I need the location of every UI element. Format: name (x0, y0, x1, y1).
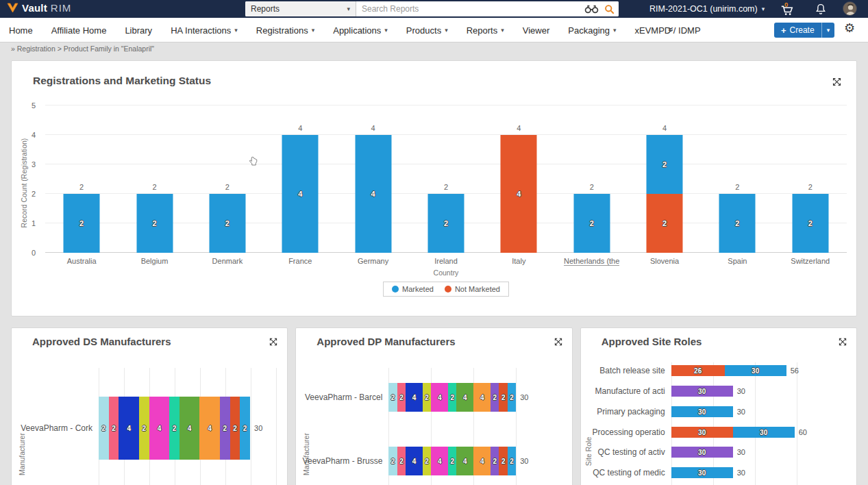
bar-ireland[interactable]: 2 (427, 194, 464, 253)
bar-segment[interactable]: 2 (230, 397, 240, 460)
bar-segment-marketed[interactable]: 2 (64, 194, 100, 253)
bar-segment[interactable]: 2 (508, 383, 516, 412)
stacked-bar[interactable]: 22424244222 (99, 397, 250, 460)
bar-segment-marketed[interactable]: 2 (427, 194, 464, 253)
search-input[interactable] (356, 4, 584, 14)
stacked-bar[interactable]: 30 (671, 467, 733, 478)
stacked-bar[interactable]: 22424244222 (388, 447, 516, 475)
legend-item-not-marketed[interactable]: Not Marketed (445, 285, 500, 293)
bar-segment[interactable]: 30 (725, 365, 786, 376)
bar-segment[interactable]: 30 (671, 406, 733, 417)
expand-icon[interactable] (839, 338, 847, 346)
breadcrumb[interactable]: » Registration > Product Family in "Enal… (11, 45, 154, 53)
bar-segment[interactable]: 4 (179, 397, 199, 460)
expand-icon[interactable] (554, 338, 562, 346)
bar-segment[interactable]: 2 (220, 397, 230, 460)
bar-germany[interactable]: 4 (355, 135, 391, 253)
stacked-bar[interactable]: 3030 (671, 427, 795, 438)
stacked-bar[interactable]: 30 (671, 447, 733, 458)
category-label[interactable]: QC testing of activ (598, 447, 665, 457)
bar-segment[interactable]: 2 (139, 397, 149, 460)
bar-netherlands-the[interactable]: 2 (573, 194, 610, 253)
bar-france[interactable]: 4 (282, 135, 319, 253)
bar-segment-not-marketed[interactable]: 2 (647, 194, 683, 253)
nav-item-ha-interactions[interactable]: HA Interactions▾ (171, 25, 238, 36)
bar-segment[interactable]: 2 (397, 447, 406, 475)
bar-belgium[interactable]: 2 (136, 194, 173, 253)
stacked-bar[interactable]: 22424244222 (388, 383, 516, 412)
bar-segment[interactable]: 2 (397, 383, 406, 412)
gear-icon[interactable]: ⚙ (844, 22, 855, 34)
bar-spain[interactable]: 2 (719, 194, 756, 253)
bar-segment[interactable]: 2 (388, 383, 397, 412)
search-icon[interactable] (604, 4, 615, 14)
bar-segment[interactable]: 2 (448, 447, 456, 475)
notifications-button[interactable] (812, 1, 830, 16)
legend-item-marketed[interactable]: Marketed (392, 285, 434, 293)
bar-segment-marketed[interactable]: 2 (209, 194, 245, 253)
bar-segment[interactable]: 2 (423, 383, 431, 412)
bar-segment[interactable]: 30 (671, 467, 733, 478)
stacked-bar[interactable]: 30 (671, 406, 733, 417)
stacked-bar[interactable]: 2630 (671, 365, 786, 376)
category-label[interactable]: Netherlands (the (564, 257, 619, 266)
create-dropdown-button[interactable]: ▾ (821, 23, 835, 38)
bar-segment[interactable]: 4 (199, 397, 219, 460)
category-label[interactable]: VeevaPharm - Barcel (305, 393, 382, 402)
bar-segment[interactable]: 2 (109, 397, 119, 460)
bar-segment[interactable]: 2 (240, 397, 250, 460)
bar-segment[interactable]: 4 (431, 447, 448, 475)
nav-item-library[interactable]: Library (125, 25, 152, 36)
nav-item-products[interactable]: Products▾ (406, 25, 448, 36)
avatar[interactable] (843, 1, 857, 16)
bar-segment[interactable]: 4 (119, 397, 138, 460)
bar-segment[interactable]: 30 (733, 427, 795, 438)
account-menu[interactable]: RIM-2021-OC1 (unirim.com) ▾ (649, 0, 765, 18)
bar-segment-marketed[interactable]: 2 (792, 194, 828, 253)
category-label[interactable]: Processing operatio (593, 427, 665, 437)
bar-segment[interactable]: 2 (491, 383, 499, 412)
bar-switzerland[interactable]: 2 (792, 194, 828, 253)
bar-slovenia[interactable]: 22 (647, 135, 683, 253)
category-label[interactable]: Manufacture of acti (595, 386, 665, 396)
cart-button[interactable]: 0 (778, 1, 796, 16)
bar-segment[interactable]: 2 (499, 383, 507, 412)
bar-segment-marketed[interactable]: 2 (719, 194, 756, 253)
nav-item-applications[interactable]: Applications▾ (333, 25, 388, 36)
bar-segment[interactable]: 4 (456, 447, 473, 475)
bar-segment[interactable]: 4 (456, 383, 473, 412)
binoculars-icon[interactable] (584, 4, 599, 14)
bar-segment[interactable]: 4 (431, 383, 448, 412)
bar-segment[interactable]: 2 (99, 397, 109, 460)
bar-segment[interactable]: 2 (169, 397, 179, 460)
bar-segment[interactable]: 4 (406, 447, 423, 475)
nav-item-viewer[interactable]: Viewer (523, 25, 550, 36)
stacked-bar[interactable]: 30 (671, 386, 733, 397)
bar-segment-not-marketed[interactable]: 4 (501, 135, 537, 253)
nav-item-affiliate-home[interactable]: Affiliate Home (51, 25, 107, 36)
search-scope-select[interactable]: Reports ▾ (245, 1, 356, 16)
bar-segment[interactable]: 4 (149, 397, 169, 460)
bar-segment-marketed[interactable]: 2 (136, 194, 173, 253)
bar-segment[interactable]: 30 (671, 386, 733, 397)
bar-italy[interactable]: 4 (501, 135, 537, 253)
category-label[interactable]: QC testing of medic (593, 468, 665, 477)
bar-segment[interactable]: 2 (448, 383, 456, 412)
bar-segment[interactable]: 26 (671, 365, 725, 376)
bar-segment[interactable]: 4 (473, 447, 491, 475)
nav-overflow-button[interactable]: » (666, 27, 677, 32)
bar-segment-marketed[interactable]: 4 (282, 135, 319, 253)
bar-segment-marketed[interactable]: 4 (355, 135, 391, 253)
bar-segment-marketed[interactable]: 2 (647, 135, 683, 194)
bar-segment[interactable]: 2 (388, 447, 397, 475)
nav-item-packaging[interactable]: Packaging▾ (568, 25, 616, 36)
bar-australia[interactable]: 2 (64, 194, 100, 253)
bar-segment[interactable]: 30 (671, 427, 733, 438)
bar-segment[interactable]: 30 (671, 447, 733, 458)
nav-item-reports[interactable]: Reports▾ (467, 25, 504, 36)
expand-icon[interactable] (832, 77, 841, 86)
bar-segment[interactable]: 4 (473, 383, 491, 412)
bar-segment-marketed[interactable]: 2 (573, 194, 610, 253)
create-button[interactable]: + Create ▾ (774, 23, 834, 38)
nav-item-registrations[interactable]: Registrations▾ (256, 25, 314, 36)
